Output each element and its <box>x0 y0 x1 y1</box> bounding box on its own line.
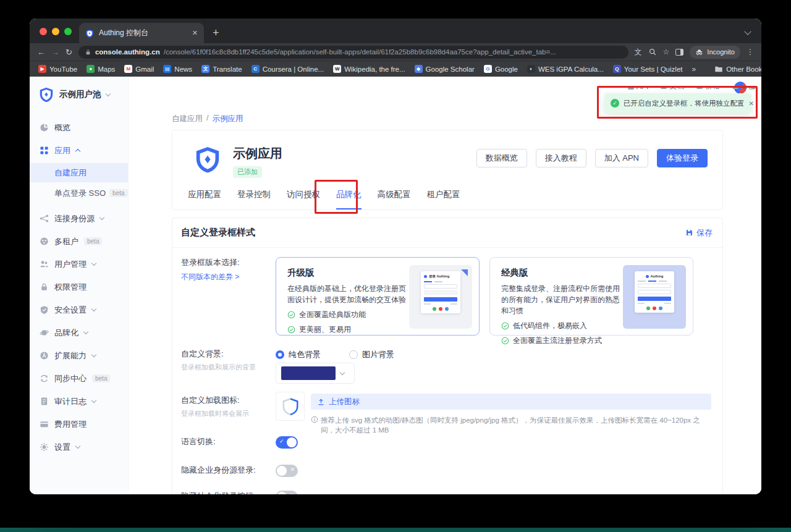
bookmark-google[interactable]: GGoogle <box>484 65 518 73</box>
upload-icon-button[interactable]: 上传图标 <box>311 394 711 410</box>
tab-advanced-config[interactable]: 高级配置 <box>378 189 411 209</box>
bookmark-quizlet[interactable]: QYour Sets | Quizlet <box>613 65 683 73</box>
sidebar-item-sync-center[interactable]: 同步中心 beta <box>30 367 128 390</box>
header-item-api[interactable]: API <box>628 86 648 91</box>
extension-a-icon <box>40 351 49 360</box>
forward-button[interactable]: → <box>51 48 59 57</box>
bookmarks-overflow-chevron[interactable]: » <box>692 65 696 74</box>
browser-tabstrip: Authing 控制台 ✕ + <box>30 19 761 43</box>
url-path: /console/61f0f16c8c8db1ff245c5de5/applic… <box>164 48 622 56</box>
sidebar-item-self-built-apps[interactable]: 自建应用 <box>30 163 128 182</box>
sidebar-item-overview[interactable]: 概览 <box>30 116 128 139</box>
hide-social-toggle[interactable]: ✕ <box>276 491 298 494</box>
bookmark-translate[interactable]: 文Translate <box>201 65 242 73</box>
search-lens-icon[interactable] <box>648 48 657 56</box>
support-icon <box>732 86 738 89</box>
data-overview-button[interactable]: 数据概览 <box>476 149 527 167</box>
header-item-support[interactable]: 客服 <box>732 86 755 91</box>
bookmark-youtube[interactable]: ▶YouTube <box>38 65 77 73</box>
tab-login-control[interactable]: 登录控制 <box>237 189 271 209</box>
tab-tenant-config[interactable]: 租户配置 <box>427 189 460 209</box>
tab-favicon-shield-icon <box>85 29 94 38</box>
background-color-select[interactable] <box>276 363 355 384</box>
side-panel-icon[interactable] <box>675 49 683 56</box>
save-button[interactable]: 保存 <box>685 227 713 239</box>
userpool-selector[interactable]: 示例用户池 <box>30 77 128 109</box>
tab-close-icon[interactable]: ✕ <box>192 29 198 37</box>
check-circle-icon <box>287 326 295 334</box>
bookmark-wes[interactable]: ◐WES iGPA Calcula... <box>527 65 604 73</box>
bookmark-star-icon[interactable]: ☆ <box>663 48 670 56</box>
paper-plane-icon <box>461 269 468 276</box>
language-switch-toggle[interactable]: ✓ <box>276 436 298 449</box>
bookmark-gmail[interactable]: MGmail <box>124 65 154 73</box>
classic-login-preview: Authing <box>623 265 686 329</box>
tab-app-config[interactable]: 应用配置 <box>188 189 221 209</box>
browser-menu-icon[interactable]: ⋮ <box>747 48 754 56</box>
radio-image-background[interactable]: 图片背景 <box>349 349 394 360</box>
tab-search-chevron-icon[interactable] <box>744 28 751 35</box>
breadcrumb-parent[interactable]: 自建应用 <box>172 114 203 124</box>
other-bookmarks-button[interactable]: Other Bookmarks <box>714 65 761 74</box>
info-icon <box>311 416 318 423</box>
sidebar-item-security[interactable]: 安全设置 <box>30 298 128 321</box>
bookmark-scholar[interactable]: ◆Google Scholar <box>415 65 475 73</box>
radio-selected-icon <box>276 350 284 359</box>
upgraded-login-preview: 登录 Authing <box>409 265 472 329</box>
back-button[interactable]: ← <box>37 48 45 57</box>
window-controls <box>40 28 72 35</box>
custom-login-style-panel: 自定义登录框样式 保存 登录框版本选择: 不同版本的差异 > 升级版 在经典版的… <box>172 217 723 494</box>
userpool-name: 示例用户池 <box>59 89 101 100</box>
sidebar-item-audit-logs[interactable]: 审计日志 <box>30 390 128 413</box>
translate-icon[interactable]: 文 <box>635 47 642 57</box>
version-card-upgraded[interactable]: 升级版 在经典版的基础上，优化登录注册页面设计计，提供更加流畅的交互体验 全面覆… <box>276 257 480 336</box>
sidebar-item-settings[interactable]: 设置 <box>30 436 128 458</box>
join-apn-button[interactable]: 加入 APN <box>595 149 648 167</box>
bookmark-wikipedia[interactable]: WWikipedia, the fre... <box>333 65 405 73</box>
news-icon: ▤ <box>163 65 171 73</box>
header-item-docs[interactable]: 文档 <box>661 86 684 91</box>
bookmark-maps[interactable]: ●Maps <box>87 65 115 73</box>
browser-tab-authing[interactable]: Authing 控制台 ✕ <box>79 23 204 43</box>
app-logo-shield-icon <box>193 145 222 174</box>
browser-toolbar: ← → ↻ console.authing.cn /console/61f0f1… <box>30 43 761 61</box>
radio-solid-background[interactable]: 纯色背景 <box>276 349 321 360</box>
sidebar-item-applications[interactable]: 应用 <box>30 139 128 162</box>
api-icon <box>628 86 634 90</box>
bookmark-news[interactable]: ▤News <box>163 65 192 73</box>
sidebar-item-user-management[interactable]: 用户管理 <box>30 253 128 276</box>
mini-shield-icon <box>424 275 427 278</box>
sidebar-item-sso[interactable]: 单点登录 SSO beta <box>30 184 128 203</box>
fullscreen-window-button[interactable] <box>64 28 72 35</box>
integration-guide-button[interactable]: 接入教程 <box>536 149 586 167</box>
sidebar-item-extensions[interactable]: 扩展能力 <box>30 344 128 367</box>
log-document-icon <box>40 397 49 406</box>
version-card-classic[interactable]: 经典版 完整集成登录、注册流程中所需使用的所有能力，保证用户对界面的熟悉和习惯 … <box>489 257 693 336</box>
sidebar-item-identity-sources[interactable]: 连接身份源 <box>30 207 128 230</box>
toast-close-icon[interactable]: ✕ <box>749 100 754 107</box>
app-tabs: 应用配置 登录控制 访问授权 品牌化 高级配置 租户配置 <box>188 189 460 209</box>
bookmark-coursera[interactable]: CCoursera | Online... <box>252 65 324 73</box>
tab-branding[interactable]: 品牌化 <box>336 189 362 209</box>
address-bar[interactable]: console.authing.cn /console/61f0f16c8c8d… <box>78 46 628 59</box>
version-diff-link[interactable]: 不同版本的差异 > <box>181 272 274 282</box>
bookmarks-bar: ▶YouTube ●Maps MGmail ▤News 文Translate C… <box>30 61 761 77</box>
new-tab-button[interactable]: + <box>213 25 219 41</box>
reload-button[interactable]: ↻ <box>66 48 72 57</box>
wikipedia-icon: W <box>333 65 341 73</box>
minimize-window-button[interactable] <box>52 28 59 35</box>
try-login-button[interactable]: 体验登录 <box>657 149 708 167</box>
panel-title: 自定义登录框样式 <box>181 227 255 239</box>
sidebar-item-branding[interactable]: 品牌化 <box>30 321 128 344</box>
sidebar-item-permissions[interactable]: 权限管理 <box>30 276 128 298</box>
https-lock-icon <box>85 49 91 56</box>
tab-access-auth[interactable]: 访问授权 <box>287 189 320 209</box>
breadcrumb-current: 示例应用 <box>212 114 243 124</box>
header-item-pricing[interactable]: 价格 <box>696 86 720 91</box>
hide-enterprise-toggle[interactable]: ✕ <box>276 465 298 477</box>
incognito-badge[interactable]: Incognito <box>690 46 740 59</box>
sidebar-item-billing[interactable]: 费用管理 <box>30 413 128 436</box>
close-window-button[interactable] <box>40 28 47 35</box>
sidebar-item-multi-tenant[interactable]: 多租户 beta <box>30 230 128 253</box>
pricing-icon <box>696 86 703 89</box>
